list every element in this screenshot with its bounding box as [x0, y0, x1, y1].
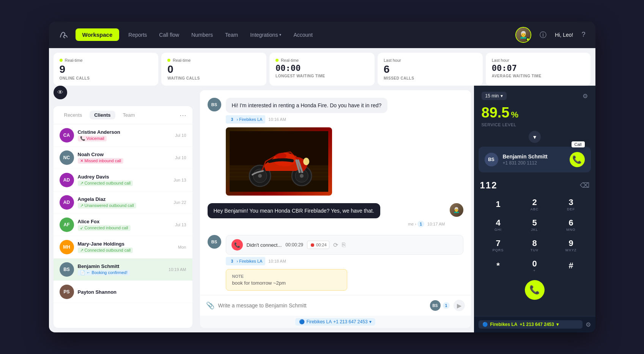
input-avatar: BS	[430, 300, 441, 311]
contact-avatar: CA	[60, 128, 74, 143]
dial-key-8[interactable]: 8 TUV	[516, 235, 553, 256]
contact-date: Jun 22	[173, 200, 186, 205]
chat-area: BS Hi! I'm interested in renting a Honda…	[200, 90, 471, 328]
waiting-calls-value: 0	[167, 64, 260, 75]
time-selector[interactable]: 15 min ▾	[482, 92, 507, 100]
nav-numbers[interactable]: Numbers	[185, 29, 219, 41]
bottom-channel-label[interactable]: 🔵 Firebikes LA +1 213 647 2453 ▾	[479, 320, 583, 329]
contact-avatar: MH	[60, 240, 74, 254]
message-incoming: BS Hi! I'm interested in renting a Honda…	[208, 98, 463, 196]
channel-badge: 3 › Firebikes LA	[226, 257, 266, 265]
call-badge: 📄 ← Booking confirmed!	[78, 270, 130, 276]
online-calls-value: 9	[60, 64, 153, 75]
user-greeting: Hi, Leo!	[555, 32, 573, 38]
dial-key-star[interactable]: *	[480, 256, 516, 276]
contact-avatar: PS	[60, 285, 74, 299]
reply-meta: me › 1 10:17 AM	[208, 221, 445, 227]
contact-name: Noah Crow	[78, 152, 172, 157]
message-avatar: BS	[208, 98, 221, 111]
dial-key-0[interactable]: 0 +	[516, 256, 553, 276]
contact-name: Benjamin Schmitt	[78, 263, 165, 269]
dial-key-1[interactable]: 1	[480, 194, 516, 215]
dial-key-7[interactable]: 7 PQRS	[480, 235, 516, 256]
call-badge: 📞 Voicemail	[78, 136, 107, 141]
settings-icon[interactable]: ⚙	[583, 92, 588, 100]
call-button[interactable]: 📞 Call	[570, 152, 585, 167]
call-timer: 00:00:29	[285, 242, 303, 247]
svg-point-16	[275, 153, 287, 159]
contact-sub: ↗ Connected outbound call	[78, 180, 170, 186]
contact-item[interactable]: AD Audrey Davis ↗ Connected outbound cal…	[54, 169, 192, 191]
contact-item[interactable]: AD Angela Diaz ↗ Unanswered outbound cal…	[54, 191, 192, 214]
contact-name: Alice Fox	[78, 219, 172, 224]
contact-date: 10:19 AM	[168, 267, 186, 272]
nav-reports[interactable]: Reports	[122, 29, 153, 41]
online-calls-label: ONLINE CALLS	[60, 76, 153, 80]
dial-key-4[interactable]: 4 GHI	[480, 215, 516, 235]
call-copy-icon[interactable]: ⎘	[342, 241, 346, 248]
nav-account[interactable]: Account	[287, 29, 319, 41]
dial-key-6[interactable]: 6 MNO	[553, 215, 589, 235]
contact-info: Alice Fox ↙ Connected inbound call	[78, 219, 172, 231]
channel-count-badge: 1	[443, 302, 450, 309]
nav-workspace[interactable]: Workspace	[76, 28, 120, 41]
contact-name: Audrey Davis	[78, 174, 170, 180]
contact-item[interactable]: MH Mary-Jane Holdings ↗ Connected outbou…	[54, 236, 192, 258]
chat-messages: BS Hi! I'm interested in renting a Honda…	[200, 90, 471, 295]
backspace-icon[interactable]: ⌫	[580, 181, 589, 190]
message-content: 📞 Didn't connect... 00:00:29 ⏺ 00:24 ⟳ ⎘	[226, 235, 463, 291]
nav-callflow[interactable]: Call flow	[153, 29, 185, 41]
chat-input[interactable]	[218, 302, 426, 309]
contact-info: Mary-Jane Holdings ↗ Connected outbound …	[78, 241, 175, 253]
contact-sub: ↗ Unanswered outbound call	[78, 203, 170, 208]
bottom-settings-icon[interactable]: ⚙	[586, 321, 591, 328]
dial-key-9[interactable]: 9 WXYZ	[553, 235, 589, 256]
dial-key-2[interactable]: 2 ABC	[516, 194, 553, 215]
contact-info: Cristine Anderson 📞 Voicemail	[78, 129, 172, 141]
contact-item[interactable]: BS Benjamin Schmitt 📄 ← Booking confirme…	[54, 258, 192, 281]
tab-team[interactable]: Team	[118, 111, 140, 119]
send-button[interactable]: ▶	[453, 300, 465, 311]
missed-calls-label: MISSED CALLS	[384, 76, 477, 80]
logo-icon[interactable]	[57, 27, 72, 42]
message-bubble: Hi! I'm interested in renting a Honda Fi…	[226, 98, 388, 113]
channel-badge: 3 › Firebikes LA	[226, 115, 266, 124]
contacts-more-button[interactable]: ⋯	[180, 111, 186, 119]
longest-wait-value: 00:00	[276, 64, 368, 72]
attach-icon[interactable]: 📎	[206, 301, 214, 310]
dial-key-5[interactable]: 5 JKL	[516, 215, 553, 235]
dial-key-hash[interactable]: #	[553, 256, 589, 276]
nav-integrations[interactable]: Integrations ▾	[244, 29, 287, 41]
footer-channel[interactable]: 🔵 Firebikes LA +1 213 647 2453 ▾	[295, 318, 375, 326]
waiting-calls-label: WAITING CALLS	[167, 76, 260, 80]
user-avatar[interactable]: 👨‍🦳	[515, 27, 531, 43]
contact-info: Payton Shannon	[78, 289, 186, 295]
help-icon[interactable]: ?	[579, 28, 587, 41]
contact-item[interactable]: PS Payton Shannon	[54, 281, 192, 303]
contact-item[interactable]: NC Noah Crow ✕ Missed inbound call Jul 1…	[54, 147, 192, 169]
contact-item[interactable]: CA Cristine Anderson 📞 Voicemail Jul 10	[54, 124, 192, 147]
call-meta: 3 › Firebikes LA 10:18 AM	[226, 257, 463, 265]
tab-recents[interactable]: Recents	[60, 111, 87, 119]
contact-avatar: NC	[60, 150, 74, 165]
dial-key-3[interactable]: 3 DEF	[553, 194, 589, 215]
eye-button[interactable]: 👁	[54, 86, 67, 99]
call-badge: ↗ Connected outbound call	[78, 247, 133, 253]
stat-waiting-calls: Real-time 0 WAITING CALLS	[161, 53, 266, 86]
contact-item[interactable]: AF Alice Fox ↙ Connected inbound call Ju…	[54, 214, 192, 236]
tab-clients[interactable]: Clients	[90, 111, 115, 119]
reply-meta-sender: me › 1	[408, 221, 424, 227]
call-badge: ↗ Unanswered outbound call	[78, 203, 136, 208]
contact-name: Mary-Jane Holdings	[78, 241, 175, 247]
nav-team[interactable]: Team	[219, 29, 244, 41]
message-content: Hi! I'm interested in renting a Honda Fi…	[226, 98, 463, 196]
call-replay-icon[interactable]: ⟳	[333, 241, 338, 249]
contact-sub: ↙ Connected inbound call	[78, 225, 172, 231]
dial-call-button[interactable]: 📞	[525, 280, 545, 300]
collapse-button[interactable]: ▾	[529, 131, 541, 143]
note-label: NOTE	[232, 274, 341, 279]
contact-sub: 📞 Voicemail	[78, 136, 172, 141]
info-icon[interactable]: ⓘ	[537, 28, 549, 42]
app-container: Workspace Reports Call flow Numbers Team…	[49, 22, 595, 332]
contact-date: Jul 10	[175, 155, 186, 160]
